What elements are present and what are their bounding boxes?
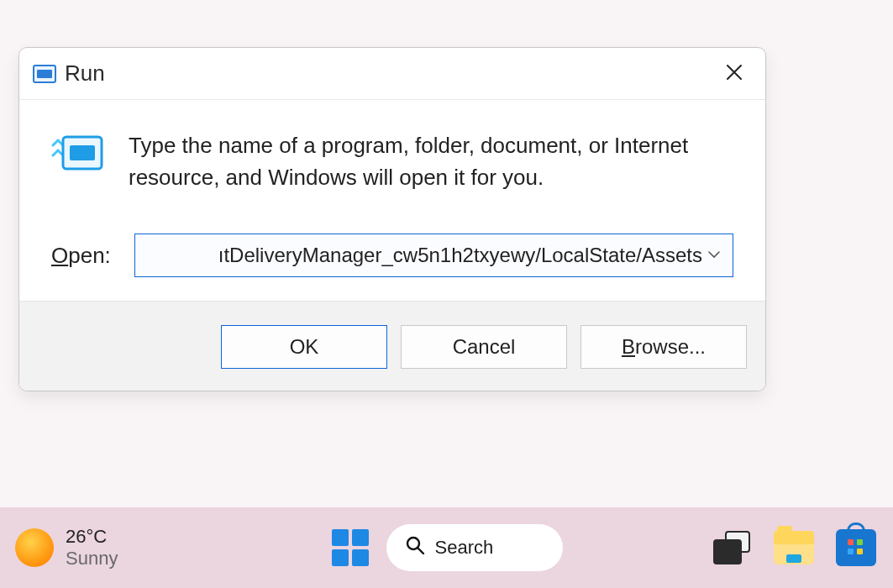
weather-condition: Sunny: [66, 548, 118, 570]
run-icon-large: [51, 134, 105, 179]
sun-icon: [15, 528, 54, 567]
task-view-button[interactable]: [710, 526, 754, 570]
windows-logo-icon: [332, 529, 369, 566]
task-view-icon: [713, 531, 750, 564]
file-explorer-button[interactable]: [772, 526, 816, 570]
ok-button[interactable]: OK: [221, 325, 387, 369]
taskbar-center: Search: [331, 524, 563, 571]
titlebar-left: Run: [33, 60, 105, 87]
chevron-down-icon[interactable]: [702, 244, 726, 266]
open-row: Open:: [51, 234, 733, 277]
dialog-title: Run: [65, 60, 105, 87]
open-input[interactable]: [144, 234, 702, 276]
dialog-description: Type the name of a program, folder, docu…: [129, 130, 733, 193]
run-dialog: Run Type the name of a program, folder, …: [18, 47, 766, 391]
search-box[interactable]: Search: [386, 524, 563, 571]
taskbar-right: [710, 526, 878, 570]
search-icon: [405, 535, 425, 560]
svg-rect-3: [70, 145, 95, 160]
search-label: Search: [435, 537, 494, 559]
close-button[interactable]: [720, 58, 749, 90]
run-icon: [33, 65, 56, 83]
dialog-footer: OK Cancel Browse...: [19, 301, 765, 391]
weather-widget[interactable]: 26°C Sunny: [15, 526, 118, 570]
dialog-body: Type the name of a program, folder, docu…: [19, 100, 765, 301]
start-button[interactable]: [331, 528, 370, 567]
weather-temperature: 26°C: [66, 526, 118, 548]
cancel-button[interactable]: Cancel: [401, 325, 567, 369]
open-label: Open:: [51, 243, 111, 269]
svg-line-5: [418, 548, 423, 554]
browse-button[interactable]: Browse...: [580, 325, 747, 369]
microsoft-store-button[interactable]: [834, 526, 878, 570]
folder-icon: [774, 531, 814, 564]
store-icon: [836, 529, 876, 566]
description-row: Type the name of a program, folder, docu…: [51, 130, 733, 193]
svg-rect-1: [37, 70, 52, 78]
open-combobox[interactable]: [134, 234, 733, 277]
weather-text: 26°C Sunny: [66, 526, 118, 570]
taskbar: 26°C Sunny Search: [0, 507, 893, 588]
dialog-titlebar: Run: [19, 48, 765, 100]
close-icon: [725, 61, 743, 87]
